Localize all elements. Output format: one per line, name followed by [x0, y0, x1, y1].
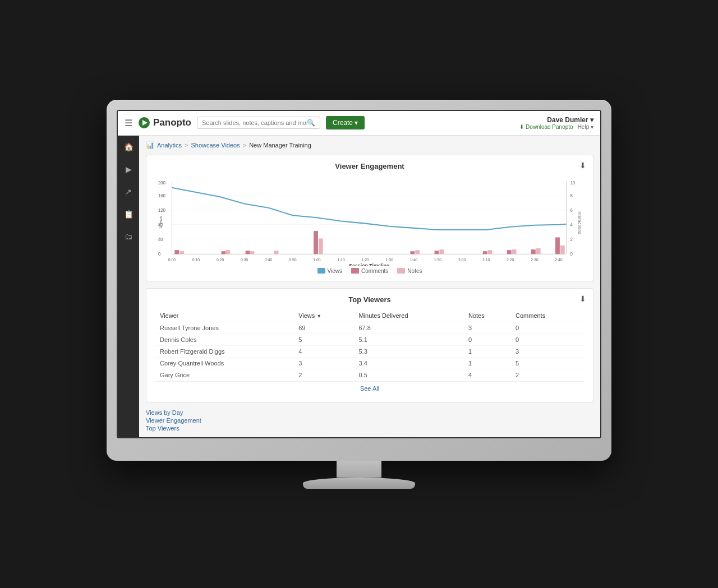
- search-icon[interactable]: 🔍: [307, 119, 315, 127]
- sidebar-video-icon[interactable]: ▶: [123, 163, 134, 176]
- svg-rect-44: [222, 251, 226, 254]
- legend-views-label: Views: [328, 268, 343, 274]
- sidebar-folder-icon[interactable]: 📋: [122, 207, 136, 221]
- svg-text:6: 6: [570, 207, 573, 212]
- legend-comments-color: [351, 268, 359, 274]
- svg-text:1:20: 1:20: [362, 257, 369, 261]
- help-link[interactable]: Help ▾: [578, 124, 593, 130]
- table-row: Dennis Coles 5 5.1 0 0: [155, 334, 584, 345]
- svg-rect-49: [483, 251, 487, 254]
- table-header: Viewer Views ▼ Minutes Delivered Notes C…: [155, 309, 584, 322]
- svg-rect-43: [174, 250, 179, 254]
- svg-rect-45: [246, 251, 250, 254]
- search-bar: 🔍: [197, 117, 320, 129]
- svg-text:0:00: 0:00: [168, 257, 176, 261]
- cell-notes: 1: [464, 345, 511, 357]
- viewer-engagement-card: Viewer Engagement ⬇ 0 40 80 120 160: [146, 155, 593, 281]
- chart-container: 0 40 80 120 160 200 Views 0: [155, 176, 584, 266]
- nav-top-viewers[interactable]: Top Viewers: [146, 425, 593, 432]
- svg-text:200: 200: [158, 180, 166, 186]
- cell-comments: 3: [511, 345, 584, 357]
- breadcrumb-analytics[interactable]: Analytics: [157, 142, 182, 149]
- svg-text:40: 40: [158, 237, 163, 242]
- svg-text:2:40: 2:40: [555, 257, 562, 261]
- top-viewers-table-container: Viewer Views ▼ Minutes Delivered Notes C…: [155, 309, 584, 395]
- legend-views: Views: [317, 268, 343, 274]
- search-input[interactable]: [202, 119, 307, 126]
- legend-comments-label: Comments: [361, 268, 388, 274]
- top-viewers-title: Top Viewers: [155, 295, 584, 304]
- svg-text:10: 10: [570, 180, 576, 186]
- download-chart-icon[interactable]: ⬇: [579, 161, 586, 170]
- cell-comments: 5: [511, 357, 584, 369]
- svg-text:1:30: 1:30: [386, 257, 393, 261]
- svg-text:1:00: 1:00: [313, 257, 320, 261]
- svg-text:8: 8: [570, 193, 573, 198]
- top-viewers-table: Viewer Views ▼ Minutes Delivered Notes C…: [155, 309, 584, 381]
- nav-viewer-engagement[interactable]: Viewer Engagement: [146, 417, 593, 424]
- cell-minutes: 5.3: [354, 345, 463, 357]
- svg-text:1:50: 1:50: [434, 257, 441, 261]
- create-button[interactable]: Create ▾: [326, 116, 365, 129]
- header-links: ⬇ Download Panopto Help ▾: [519, 124, 593, 130]
- svg-rect-63: [560, 245, 565, 253]
- table-row: Robert Fitzgerald Diggs 4 5.3 1 3: [155, 345, 584, 357]
- svg-rect-48: [435, 251, 439, 254]
- svg-text:120: 120: [158, 207, 166, 212]
- svg-rect-52: [555, 237, 560, 254]
- svg-text:2: 2: [570, 237, 573, 242]
- cell-views: 3: [294, 357, 354, 369]
- viewer-engagement-title: Viewer Engagement: [155, 162, 584, 170]
- monitor-stand-neck: [337, 461, 381, 478]
- cell-comments: 0: [511, 322, 584, 334]
- svg-text:2:10: 2:10: [482, 257, 490, 261]
- svg-rect-54: [225, 250, 230, 254]
- col-minutes: Minutes Delivered: [354, 309, 463, 322]
- svg-rect-62: [536, 248, 541, 254]
- download-table-icon[interactable]: ⬇: [579, 294, 586, 303]
- svg-text:Session Timeline: Session Timeline: [349, 262, 389, 265]
- svg-text:0:50: 0:50: [289, 257, 296, 261]
- svg-text:160: 160: [158, 193, 166, 198]
- svg-text:0:10: 0:10: [192, 257, 200, 261]
- svg-text:0: 0: [570, 252, 573, 257]
- col-views[interactable]: Views ▼: [294, 309, 354, 322]
- sidebar-home-icon[interactable]: 🏠: [122, 140, 136, 154]
- header-right: Dave Dumler ▾ ⬇ Download Panopto Help ▾: [519, 116, 593, 130]
- main-layout: 🏠 ▶ ↗ 📋 🗂 📊 Analytics > Showcase: [118, 136, 600, 437]
- cell-viewer: Russell Tyrone Jones: [155, 322, 294, 334]
- table-row: Russell Tyrone Jones 69 67.8 3 0: [155, 322, 584, 334]
- nav-views-by-day[interactable]: Views by Day: [146, 409, 593, 416]
- download-panopto-link[interactable]: ⬇ Download Panopto: [519, 124, 573, 130]
- see-all-button[interactable]: See All: [155, 381, 584, 395]
- sidebar-document-icon[interactable]: 🗂: [122, 230, 135, 243]
- cell-comments: 2: [511, 369, 584, 381]
- breadcrumb-current: New Manager Training: [249, 142, 311, 149]
- cell-notes: 0: [464, 334, 511, 345]
- cell-views: 4: [294, 345, 354, 357]
- cell-minutes: 5.1: [354, 334, 463, 345]
- legend-notes-color: [397, 268, 405, 274]
- content-area: 📊 Analytics > Showcase Videos > New Mana…: [139, 136, 600, 437]
- sidebar-share-icon[interactable]: ↗: [123, 185, 134, 198]
- sidebar: 🏠 ▶ ↗ 📋 🗂: [118, 136, 139, 437]
- svg-rect-61: [512, 249, 517, 254]
- svg-text:2:20: 2:20: [507, 257, 514, 261]
- viewer-engagement-chart: 0 40 80 120 160 200 Views 0: [155, 176, 584, 266]
- svg-rect-47: [410, 251, 415, 254]
- cell-viewer: Gary Grice: [155, 369, 294, 381]
- hamburger-icon[interactable]: ☰: [125, 118, 132, 128]
- cell-views: 2: [294, 369, 354, 381]
- logo-container: Panopto: [138, 117, 191, 129]
- panopto-logo-icon: [138, 117, 150, 129]
- cell-notes: 3: [464, 322, 511, 334]
- logo-text: Panopto: [153, 117, 191, 128]
- cell-viewer: Robert Fitzgerald Diggs: [155, 345, 294, 357]
- app-header: ☰ Panopto 🔍 Create ▾: [118, 111, 600, 136]
- cell-comments: 0: [511, 334, 584, 345]
- svg-rect-58: [415, 250, 420, 254]
- svg-rect-59: [439, 249, 444, 254]
- svg-text:1:10: 1:10: [337, 257, 344, 261]
- breadcrumb-showcase[interactable]: Showcase Videos: [191, 142, 240, 149]
- user-name[interactable]: Dave Dumler ▾: [547, 116, 593, 124]
